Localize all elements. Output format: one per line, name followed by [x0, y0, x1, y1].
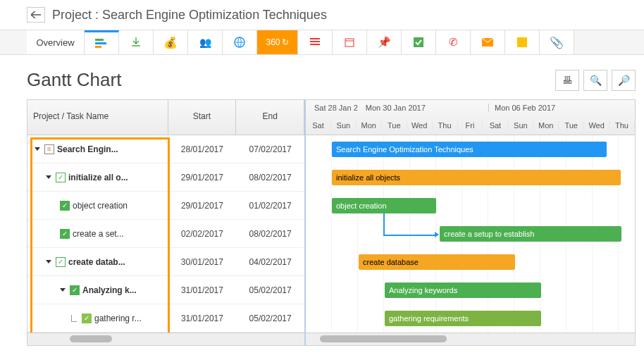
svg-rect-2 — [95, 46, 101, 48]
gantt-bar[interactable]: initialize all objects — [332, 170, 621, 185]
tab-pin[interactable]: 📌 — [367, 30, 402, 54]
project-icon: ≡ — [44, 144, 54, 154]
svg-rect-7 — [517, 37, 527, 47]
subtask-icon: ✓ — [82, 314, 92, 323]
right-scrollbar[interactable] — [306, 333, 635, 345]
tasklist-icon: ✓ — [56, 257, 66, 267]
tab-bar: Overview 💰 👥 360↻ 📌 ✆ 📎 — [0, 30, 644, 55]
caret-icon[interactable] — [46, 260, 51, 263]
date-group: Sat 28 Jan 2 — [311, 104, 361, 112]
tab-check[interactable] — [402, 30, 436, 54]
day-header: Fri — [458, 121, 483, 130]
col-end[interactable]: End — [236, 100, 304, 135]
left-scrollbar[interactable] — [27, 333, 304, 345]
gantt-icon — [95, 38, 108, 49]
gantt-chart-area[interactable]: Search Engine Optimization Techniques in… — [306, 135, 635, 333]
phone-icon: ✆ — [449, 36, 458, 49]
list-icon — [310, 38, 320, 46]
table-row[interactable]: ✓create a set... 02/02/2017 08/02/2017 — [27, 220, 304, 248]
day-header: Thu — [433, 121, 458, 130]
day-header: Tue — [382, 121, 407, 130]
tab-overview[interactable]: Overview — [27, 30, 85, 54]
tab-list[interactable] — [298, 30, 333, 54]
day-header: Mon — [357, 121, 382, 130]
globe-icon — [234, 37, 245, 48]
zoom-out-button[interactable]: 🔎 — [612, 70, 636, 91]
check-cal-icon — [414, 37, 423, 47]
zoom-out-icon: 🔎 — [618, 75, 630, 86]
table-row[interactable]: ≡Search Engin... 28/01/2017 07/02/2017 — [27, 135, 304, 163]
pin-icon: 📌 — [378, 36, 391, 49]
tab-calendar[interactable] — [333, 30, 367, 54]
subtask-connector — [71, 315, 77, 322]
caret-icon[interactable] — [60, 288, 66, 292]
gantt-bar[interactable]: Search Engine Optimization Techniques — [332, 142, 607, 157]
col-start[interactable]: Start — [168, 100, 237, 135]
calendar-icon — [345, 37, 354, 47]
tasklist-icon: ✓ — [56, 173, 66, 182]
tab-budget[interactable]: 💰 — [154, 30, 188, 54]
date-group: Mon 06 Feb 2017 — [489, 104, 558, 112]
col-task-name[interactable]: Project / Task Name — [27, 100, 168, 135]
day-header: Wed — [407, 121, 433, 130]
day-header: Mon — [533, 121, 559, 130]
gantt-bar[interactable]: create database — [359, 254, 515, 270]
task-icon: ✓ — [60, 201, 70, 211]
back-button[interactable] — [27, 7, 45, 23]
mail-icon — [482, 38, 493, 46]
gantt-bar[interactable]: object creation — [332, 198, 436, 213]
tab-download[interactable] — [119, 30, 154, 54]
svg-rect-0 — [95, 39, 104, 41]
download-icon — [131, 37, 141, 47]
table-row[interactable]: ✓create datab... 30/01/2017 04/02/2017 — [27, 248, 304, 276]
day-header: Sat — [306, 121, 331, 130]
team-icon: 👥 — [199, 37, 211, 48]
caret-icon[interactable] — [35, 147, 40, 151]
day-header: Wed — [584, 121, 609, 130]
reload-icon: ↻ — [282, 37, 289, 47]
tab-call[interactable]: ✆ — [436, 30, 471, 54]
table-row[interactable]: ✓Analyzing k... 31/01/2017 05/02/2017 — [27, 276, 304, 304]
gantt-bar[interactable]: gathering requirements — [385, 311, 541, 326]
gantt-bar[interactable]: Analyzing keywords — [385, 283, 541, 298]
svg-rect-1 — [95, 42, 106, 44]
page-title: Gantt Chart — [27, 69, 121, 91]
zoom-in-button[interactable]: 🔍 — [583, 70, 607, 91]
tab-globe[interactable] — [223, 30, 257, 54]
svg-rect-5 — [414, 37, 423, 47]
date-group: Mon 30 Jan 2017 — [363, 104, 428, 112]
task-icon: ✓ — [60, 229, 70, 239]
table-row[interactable]: ✓object creation 29/01/2017 01/02/2017 — [27, 192, 304, 220]
task-icon: ✓ — [70, 285, 80, 295]
moneybag-icon: 💰 — [163, 36, 178, 49]
gantt-container: Project / Task Name Start End ≡Search En… — [27, 99, 636, 346]
day-header: Tue — [559, 121, 584, 130]
gantt-bar[interactable]: create a setup to establish — [440, 226, 621, 242]
tab-attach[interactable]: 📎 — [540, 30, 574, 54]
tab-360[interactable]: 360↻ — [257, 30, 298, 54]
table-row[interactable]: ✓gathering r... 31/01/2017 05/02/2017 — [27, 304, 304, 333]
tab-team[interactable]: 👥 — [188, 30, 223, 54]
note-icon — [517, 37, 527, 47]
project-title: Project : Search Engine Optimization Tec… — [52, 8, 327, 23]
tab-note[interactable] — [505, 30, 540, 54]
day-header: Sun — [508, 121, 533, 130]
zoom-in-icon: 🔍 — [590, 75, 602, 86]
table-row[interactable]: ✓initialize all o... 29/01/2017 08/02/20… — [27, 163, 304, 192]
tab-gantt[interactable] — [85, 30, 119, 54]
print-button[interactable]: 🖶 — [555, 70, 579, 91]
print-icon: 🖶 — [562, 75, 572, 86]
tab-mail[interactable] — [471, 30, 505, 54]
caret-icon[interactable] — [46, 175, 51, 179]
day-header: Sun — [331, 121, 357, 130]
svg-rect-4 — [345, 39, 354, 46]
day-header: Thu — [609, 121, 635, 130]
day-header: Sat — [483, 121, 508, 130]
paperclip-icon: 📎 — [550, 36, 564, 49]
